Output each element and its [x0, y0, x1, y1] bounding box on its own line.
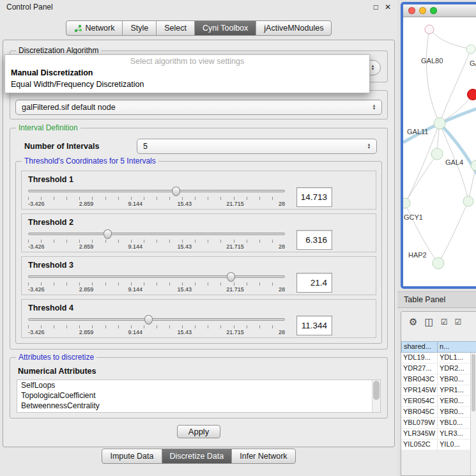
tab-label: Cyni Toolbox [203, 24, 248, 33]
column-header-shared-name[interactable]: shared... [401, 341, 438, 353]
network-node[interactable] [466, 45, 475, 54]
table-panel: ⚙ ◫ ☑ ☑ shared... n... YDL19...YDL1... Y… [401, 311, 476, 476]
table-header-row: shared... n... [401, 341, 476, 353]
close-icon[interactable]: ✕ [385, 3, 391, 12]
panel-title: Control Panel [6, 3, 53, 12]
scrollbar-thumb[interactable] [373, 381, 380, 400]
table-row[interactable]: YLR345WYLR3... [401, 429, 476, 440]
threshold-4-slider[interactable]: -3.4262.8599.14415.4321.71528 [28, 316, 285, 335]
restore-icon[interactable]: □ [374, 3, 378, 12]
threshold-label: Threshold 2 [28, 218, 369, 227]
apply-button[interactable]: Apply [177, 425, 221, 438]
slider-ticks [28, 240, 285, 243]
threshold-4-value-field[interactable]: 11.344 [296, 316, 332, 335]
threshold-3-slider[interactable]: -3.4262.8599.14415.4321.71528 [28, 273, 285, 293]
table-scrollbar[interactable] [470, 353, 476, 475]
node-label: GAL80 [421, 57, 443, 65]
table-panel-header: Table Panel [397, 291, 476, 308]
tab-jactivemnodules[interactable]: jActiveMNodules [256, 21, 331, 35]
slider-ticks [28, 325, 285, 328]
slider-track[interactable] [28, 190, 285, 192]
network-canvas[interactable]: GAL80 GA GAL11 GAL4 GCY1 HAP2 [403, 17, 476, 286]
number-of-intervals-value: 5 [143, 142, 364, 151]
threshold-3-value-field[interactable]: 21.4 [296, 273, 332, 293]
network-view-window[interactable]: GAL80 GA GAL11 GAL4 GCY1 HAP2 [401, 2, 476, 289]
table-row[interactable]: YER054CYER0... [401, 396, 476, 407]
dropdown-item-equal-width-frequency[interactable]: Equal Width/Frequency Discretization [5, 79, 369, 90]
threshold-1-panel: Threshold 1 -3.4262.8599.14415.4321.7152… [21, 171, 376, 210]
slider-tick-labels: -3.4262.8599.14415.4321.71528 [28, 329, 285, 335]
network-node[interactable] [431, 148, 443, 160]
column-header-name[interactable]: n... [438, 341, 476, 353]
slider-track[interactable] [28, 275, 285, 278]
list-scrollbar[interactable] [372, 380, 380, 412]
list-item[interactable]: TopologicalCoefficient [17, 390, 380, 401]
tab-impute-data[interactable]: Impute Data [102, 449, 161, 463]
slider-thumb[interactable] [227, 272, 235, 282]
column-selector-icon[interactable]: ◫ [424, 317, 433, 327]
close-traffic-light[interactable] [408, 7, 415, 14]
slider-tick-labels: -3.4262.8599.14415.4321.71528 [28, 286, 285, 293]
table-data-select[interactable]: galFiltered.sif default node ▲▼ [15, 100, 382, 115]
dropdown-item-manual-discretization[interactable]: Manual Discretization [5, 67, 369, 79]
network-node[interactable] [463, 196, 473, 206]
number-of-intervals-select[interactable]: 5 ▲▼ [137, 139, 377, 154]
tab-label: Select [164, 24, 187, 33]
table-row[interactable]: YDR27...YDR2... [401, 364, 476, 374]
table-row[interactable]: YIL052CYIL0... [401, 440, 476, 450]
select-none-icon[interactable]: ☑ [454, 317, 461, 327]
slider-thumb[interactable] [144, 315, 153, 325]
threshold-2-slider[interactable]: -3.4262.8599.14415.4321.71528 [28, 230, 285, 250]
network-node[interactable] [403, 198, 410, 208]
list-item[interactable]: BetweennessCentrality [17, 401, 380, 411]
group-label: Attributes to discretize [16, 353, 96, 362]
table-row[interactable]: YPR145WYPR1... [401, 385, 476, 396]
numerical-attributes-label: Numerical Attributes [18, 367, 381, 376]
threshold-1-slider[interactable]: -3.4262.8599.14415.4321.71528 [28, 187, 285, 207]
threshold-label: Threshold 4 [28, 303, 369, 312]
select-all-icon[interactable]: ☑ [441, 317, 448, 327]
node-label: GAL4 [445, 158, 463, 166]
tab-label: Discretize Data [170, 452, 224, 461]
slider-thumb[interactable] [104, 229, 112, 239]
tab-cyni-toolbox[interactable]: Cyni Toolbox [194, 21, 256, 35]
zoom-traffic-light[interactable] [430, 7, 437, 14]
table-body: YDL19...YDL1... YDR27...YDR2... YBR043CY… [401, 353, 476, 448]
minimize-traffic-light[interactable] [419, 7, 426, 14]
bottom-tabs: Impute Data Discretize Data Infer Networ… [102, 449, 295, 464]
slider-ticks [28, 197, 285, 200]
numerical-attributes-list[interactable]: SelfLoops TopologicalCoefficient Between… [17, 380, 381, 413]
scrollbar-thumb[interactable] [472, 354, 475, 411]
threshold-1-value-field[interactable]: 14.713 [296, 187, 332, 207]
stepper-icon: ▲▼ [369, 104, 379, 111]
threshold-label: Threshold 3 [28, 261, 369, 270]
node-label: GA [470, 59, 476, 67]
top-tabs: Network Style Select Cyni Toolbox jActiv… [66, 20, 332, 36]
table-row[interactable]: YBR043CYBR0... [401, 374, 476, 385]
network-node-selected[interactable] [468, 89, 476, 100]
threshold-4-panel: Threshold 4 -3.4262.8599.14415.4321.7152… [21, 299, 376, 338]
slider-track[interactable] [28, 318, 285, 321]
gear-icon[interactable]: ⚙ [409, 317, 417, 327]
table-row[interactable]: YBL079WYBL0... [401, 418, 476, 429]
slider-thumb[interactable] [172, 187, 180, 196]
slider-tick-labels: -3.4262.8599.14415.4321.71528 [28, 201, 285, 207]
group-label: Discretization Algorithm [16, 46, 101, 55]
network-node[interactable] [425, 25, 434, 34]
tab-discretize-data[interactable]: Discretize Data [162, 449, 232, 463]
bottom-tab-bar: Impute Data Discretize Data Infer Networ… [0, 449, 397, 464]
tab-select[interactable]: Select [156, 21, 194, 35]
slider-track[interactable] [28, 233, 285, 235]
list-item[interactable]: SelfLoops [17, 380, 380, 390]
tab-network[interactable]: Network [66, 21, 123, 35]
network-node[interactable] [434, 118, 445, 129]
window-controls: □ ✕ [374, 3, 391, 12]
table-row[interactable]: YBR045CYBR0... [401, 407, 476, 418]
tab-infer-network[interactable]: Infer Network [231, 449, 295, 463]
dropdown-placeholder: Select algorithm to view settings [5, 55, 369, 67]
table-toolbar: ⚙ ◫ ☑ ☑ [401, 312, 476, 341]
tab-style[interactable]: Style [122, 21, 156, 35]
network-node[interactable] [433, 257, 444, 269]
threshold-2-value-field[interactable]: 6.316 [296, 230, 332, 250]
table-row[interactable]: YDL19...YDL1... [401, 353, 476, 364]
